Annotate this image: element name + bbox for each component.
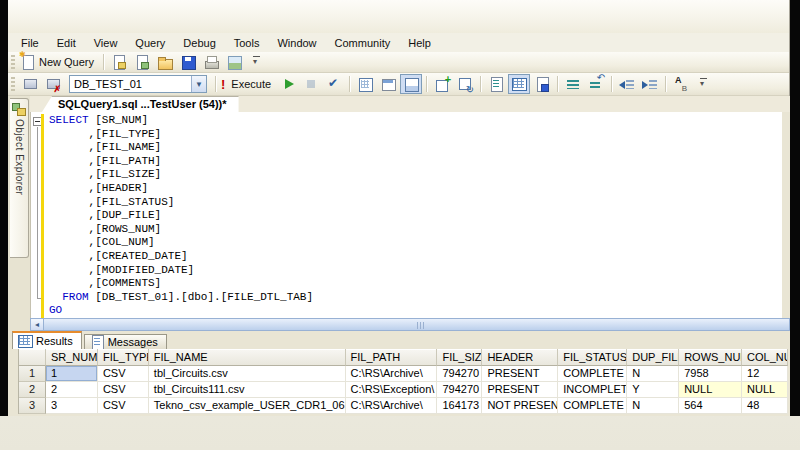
code-line[interactable]: ,[CREATED_DATE] — [49, 250, 782, 264]
menu-item-view[interactable]: View — [85, 35, 127, 51]
grid-cell[interactable]: COMPLETE — [558, 398, 627, 414]
grid-cell[interactable]: Tekno_csv_example_USER_CDR1_0614_17.csv — [149, 398, 346, 414]
grid-cell[interactable]: 3 — [46, 398, 98, 414]
increase-indent-button[interactable] — [639, 74, 661, 94]
grid-cell[interactable]: C:\RS\Exception\ — [346, 382, 438, 398]
grid-cell[interactable]: 12 — [742, 366, 788, 382]
specify-values-button[interactable] — [431, 74, 453, 94]
results-to-text-button[interactable] — [485, 74, 507, 94]
query-document-tab[interactable]: SQLQuery1.sql ...TestUser (54))* — [42, 96, 239, 112]
results-pane-button[interactable] — [400, 74, 422, 94]
menu-item-edit[interactable]: Edit — [48, 35, 85, 51]
code-line[interactable]: GO — [49, 304, 782, 318]
column-header-fil_path[interactable]: FIL_PATH — [346, 349, 438, 366]
comment-lines-button[interactable] — [562, 74, 584, 94]
menu-item-window[interactable]: Window — [268, 35, 325, 51]
code-line[interactable]: ,[FIL_TYPE] — [49, 128, 782, 142]
menu-item-community[interactable]: Community — [326, 35, 400, 51]
grid-cell[interactable]: CSV — [98, 382, 149, 398]
code-line[interactable]: SELECT [SR_NUM] — [49, 114, 782, 128]
toolbar-overflow-button[interactable] — [246, 52, 268, 72]
grid-cell[interactable]: NOT PRESENT — [482, 398, 558, 414]
database-selector[interactable]: DB_TEST_01▼ — [69, 75, 207, 93]
column-header-fil_status[interactable]: FIL_STATUS — [558, 349, 627, 366]
code-line[interactable]: ,[COMMENTS] — [49, 277, 782, 291]
column-header-fil_name[interactable]: FIL_NAME — [149, 349, 346, 366]
code-line[interactable]: ,[COL_NUM] — [49, 236, 782, 250]
menu-item-file[interactable]: File — [12, 35, 48, 51]
grid-cell[interactable]: CSV — [98, 398, 149, 414]
template-parameters-button[interactable] — [670, 74, 692, 94]
grid-cell[interactable]: 7958 — [679, 366, 742, 382]
column-header-rows_num[interactable]: ROWS_NUM — [679, 349, 742, 366]
toolbar-grip[interactable] — [11, 77, 15, 91]
grid-cell[interactable]: 794270 — [437, 382, 482, 398]
grid-cell[interactable]: 794270 — [437, 366, 482, 382]
row-header[interactable]: 1 — [19, 366, 46, 382]
code-line[interactable]: ,[MODIFIED_DATE] — [49, 264, 782, 278]
cancel-query-button[interactable] — [300, 74, 322, 94]
tab-messages[interactable]: Messages — [84, 334, 167, 349]
activity-monitor-button[interactable] — [223, 52, 245, 72]
grid-cell[interactable]: COMPLETE — [558, 366, 627, 382]
analysis-service-query-button[interactable] — [131, 52, 153, 72]
toolbar-grip[interactable] — [11, 55, 15, 69]
parse-query-button[interactable] — [323, 74, 345, 94]
code-line[interactable]: ,[FIL_STATUS] — [49, 196, 782, 210]
open-file-button[interactable] — [154, 52, 176, 72]
tab-results[interactable]: Results — [12, 331, 82, 349]
grid-cell[interactable]: PRESENT — [482, 382, 558, 398]
decrease-indent-button[interactable] — [616, 74, 638, 94]
toolbar-overflow-button[interactable] — [693, 74, 715, 94]
menu-item-help[interactable]: Help — [399, 35, 440, 51]
grid-cell[interactable]: NULL — [679, 382, 742, 398]
grid-corner-cell[interactable] — [19, 349, 46, 366]
grid-cell[interactable]: N — [627, 398, 679, 414]
print-button[interactable] — [200, 52, 222, 72]
client-statistics-button[interactable] — [454, 74, 476, 94]
column-header-sr_num[interactable]: SR_NUM — [46, 349, 98, 366]
execute-button[interactable]: !Execute — [220, 74, 276, 94]
column-header-dup_file[interactable]: DUP_FILE — [627, 349, 679, 366]
code-line[interactable]: ,[FIL_NAME] — [49, 141, 782, 155]
grid-cell[interactable]: 48 — [742, 398, 788, 414]
scroll-left-button[interactable]: ◂ — [30, 318, 44, 331]
column-header-col_num[interactable]: COL_NUM — [742, 349, 788, 366]
code-line[interactable]: ,[FIL_SIZE] — [49, 168, 782, 182]
grid-cell[interactable]: CSV — [98, 366, 149, 382]
grid-cell[interactable]: 164173 — [437, 398, 482, 414]
grid-cell[interactable]: tbl_Circuits111.csv — [149, 382, 346, 398]
grid-cell[interactable]: PRESENT — [482, 366, 558, 382]
code-line[interactable]: ,[FIL_PATH] — [49, 155, 782, 169]
database-engine-query-button[interactable] — [108, 52, 130, 72]
grid-cell[interactable]: INCOMPLETE — [558, 382, 627, 398]
change-connection-button[interactable] — [42, 74, 64, 94]
menu-item-tools[interactable]: Tools — [225, 35, 269, 51]
new-query-button[interactable]: New Query — [19, 52, 99, 72]
menu-item-query[interactable]: Query — [126, 35, 174, 51]
grid-cell[interactable]: 1 — [46, 366, 98, 382]
query-editor[interactable]: SELECT [SR_NUM] ,[FIL_TYPE] ,[FIL_NAME] … — [30, 112, 782, 318]
grid-cell[interactable]: Y — [627, 382, 679, 398]
editor-horizontal-scrollbar[interactable]: ◂ — [30, 318, 790, 331]
column-header-fil_type[interactable]: FIL_TYPE — [98, 349, 149, 366]
debug-button[interactable] — [277, 74, 299, 94]
grid-cell[interactable]: 564 — [679, 398, 742, 414]
grid-cell[interactable]: tbl_Circuits.csv — [149, 366, 346, 382]
sql-code[interactable]: SELECT [SR_NUM] ,[FIL_TYPE] ,[FIL_NAME] … — [49, 114, 782, 318]
column-header-fil_size[interactable]: FIL_SIZE — [437, 349, 482, 366]
object-explorer-tab[interactable]: Object Explorer — [10, 98, 29, 258]
code-line[interactable]: FROM [DB_TEST_01].[dbo].[FILE_DTL_TAB] — [49, 291, 782, 305]
scrollbar-thumb[interactable] — [44, 318, 790, 331]
row-header[interactable]: 2 — [19, 382, 46, 398]
connect-button[interactable] — [19, 74, 41, 94]
estimated-plan-button[interactable] — [354, 74, 376, 94]
code-line[interactable]: ,[ROWS_NUM] — [49, 223, 782, 237]
grid-cell[interactable]: C:\RS\Archive\ — [346, 366, 438, 382]
query-designer-button[interactable] — [377, 74, 399, 94]
menu-item-debug[interactable]: Debug — [174, 35, 224, 51]
row-header[interactable]: 3 — [19, 398, 46, 414]
results-to-grid-button[interactable] — [508, 74, 530, 94]
grid-cell[interactable]: N — [627, 366, 679, 382]
chevron-down-icon[interactable]: ▼ — [191, 76, 206, 92]
